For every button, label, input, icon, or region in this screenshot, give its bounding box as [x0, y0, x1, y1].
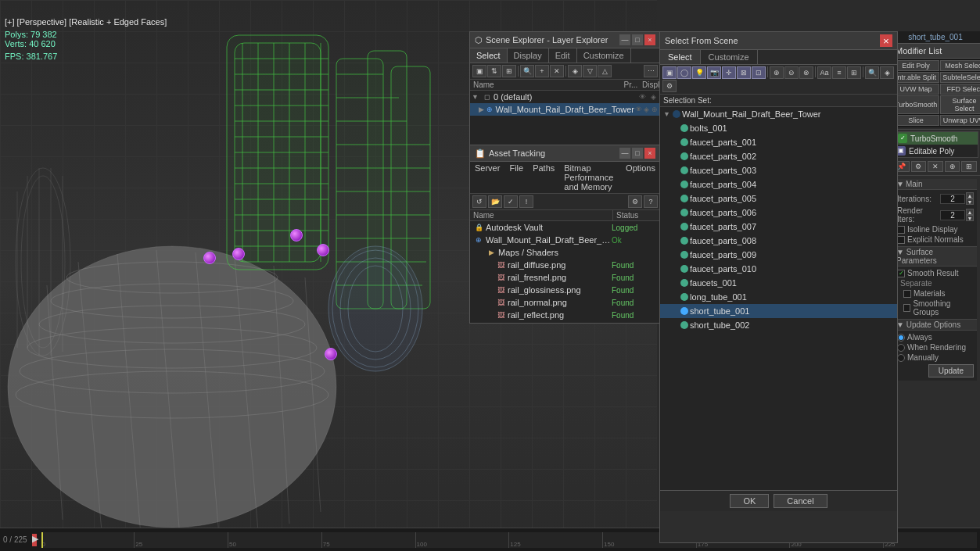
transform-handle-2[interactable]: [290, 229, 303, 242]
mod-copy-btn[interactable]: ⊕: [945, 161, 960, 172]
se-btn-delete[interactable]: ✕: [550, 65, 564, 77]
mod-btn-turbosmooth[interactable]: TurboSmooth: [892, 95, 939, 114]
mod-btn-slice[interactable]: Slice: [892, 115, 939, 126]
ts-render-iters-val[interactable]: 2: [940, 210, 965, 220]
at-maximize[interactable]: □: [632, 148, 643, 159]
sfs-btn-bones[interactable]: ⊡: [752, 66, 766, 79]
sfs-row-faucet-007[interactable]: faucet_parts_007: [660, 220, 897, 234]
sfs-btn-hier[interactable]: ⊞: [847, 66, 861, 79]
se-tab-edit[interactable]: Edit: [549, 48, 577, 63]
se-tab-display[interactable]: Display: [508, 48, 549, 63]
sfs-row-faucets[interactable]: faucets_001: [660, 276, 897, 290]
ts-smooth-check[interactable]: ✓: [897, 270, 905, 277]
scene-explorer-maximize[interactable]: □: [632, 34, 643, 45]
ts-render-down[interactable]: ▼: [966, 215, 974, 221]
mod-btn-subtle-select[interactable]: SubteleSelect: [940, 72, 980, 83]
timeline-playhead[interactable]: [41, 532, 43, 548]
at-btn-path[interactable]: 📂: [488, 195, 502, 208]
at-row-diffuse[interactable]: 🖼 rail_diffuse.png Found: [470, 259, 660, 271]
mod-btn-surface-select[interactable]: Surface Select: [940, 95, 980, 114]
at-row-reflect[interactable]: 🖼 rail_reflect.png Found: [470, 309, 660, 321]
stack-editable-poly[interactable]: ▣ Editable Poly: [893, 145, 978, 157]
ts-when-rendering-radio[interactable]: [897, 344, 905, 352]
ts-explicit-check[interactable]: [897, 236, 905, 244]
sfs-btn-helpers[interactable]: ✛: [722, 66, 736, 79]
at-menu-options[interactable]: Options: [621, 162, 660, 193]
at-btn-help[interactable]: ?: [644, 195, 658, 208]
sfs-row-faucet-009[interactable]: faucet_parts_009: [660, 248, 897, 262]
sfs-row-faucet-004[interactable]: faucet_parts_004: [660, 177, 897, 191]
sfs-row-faucet-008[interactable]: faucet_parts_008: [660, 234, 897, 248]
sfs-row-wall-mount[interactable]: ▼ Wall_Mount_Rail_Draft_Beer_Tower: [660, 107, 897, 121]
mod-btn-uvw-map[interactable]: UVW Map: [892, 84, 939, 95]
se-btn-filter[interactable]: ▣: [472, 65, 486, 77]
at-row-main-file[interactable]: ⊕ Wall_Mount_Rail_Draft_Beer_Tower_max_v…: [470, 234, 660, 246]
ts-iter-up[interactable]: ▲: [966, 192, 974, 199]
sfs-btn-case[interactable]: Aa: [817, 66, 831, 79]
mod-delete-btn[interactable]: ✕: [928, 161, 943, 172]
sfs-btn-all[interactable]: ⊕: [770, 66, 784, 79]
sfs-btn-display[interactable]: ◈: [880, 66, 894, 79]
ts-smoothing-check[interactable]: [903, 304, 910, 312]
sfs-btn-geo[interactable]: ▣: [662, 66, 677, 79]
se-btn-toggle-all[interactable]: ◈: [568, 65, 582, 77]
sfs-btn-invert[interactable]: ⊗: [799, 66, 813, 79]
ts-render-up[interactable]: ▲: [966, 209, 974, 215]
mod-btn-unwrap-uvw[interactable]: Unwrap UVW: [940, 115, 980, 126]
ts-iter-down[interactable]: ▼: [966, 199, 974, 205]
ts-materials-check[interactable]: [903, 290, 911, 298]
asset-tracking-titlebar[interactable]: 📋 Asset Tracking — □ ×: [470, 145, 660, 162]
sfs-row-faucet-003[interactable]: faucet_parts_003: [660, 163, 897, 177]
mod-btn-edit-poly[interactable]: Edit Poly: [892, 60, 939, 71]
at-row-normal[interactable]: 🖼 rail_normal.png Found: [470, 296, 660, 309]
transform-handle-1[interactable]: [232, 248, 245, 260]
at-row-glossiness[interactable]: 🖼 rail_glossiness.png Found: [470, 284, 660, 296]
ts-update-button[interactable]: Update: [928, 364, 974, 377]
at-row-fresnel[interactable]: 🖼 rail_fresnel.png Found: [470, 271, 660, 284]
se-row-default[interactable]: ▼ ◻ 0 (default) 👁 ◈: [470, 91, 660, 103]
scene-explorer-titlebar[interactable]: ⬡ Scene Explorer - Layer Explorer — □ ×: [470, 32, 660, 48]
se-btn-new[interactable]: +: [535, 65, 549, 77]
sfs-btn-customize2[interactable]: ⚙: [662, 80, 677, 92]
at-btn-missing[interactable]: !: [519, 195, 533, 208]
sfs-close[interactable]: ×: [880, 34, 892, 47]
at-menu-bitmap[interactable]: Bitmap Performance and Memory: [559, 162, 621, 193]
mod-btn-mesh-select[interactable]: Mesh Select: [940, 60, 980, 71]
se-btn-group[interactable]: ⊞: [502, 65, 516, 77]
ts-manually-radio[interactable]: [897, 354, 905, 362]
sfs-tab-customize[interactable]: Customize: [701, 50, 758, 64]
sfs-row-short-tube-002[interactable]: short_tube_002: [660, 318, 897, 332]
scene-explorer-minimize[interactable]: —: [619, 34, 630, 45]
ts-update-options-header[interactable]: ▼ Update Options: [894, 319, 977, 331]
at-row-vault[interactable]: 🔒 Autodesk Vault Logged: [470, 221, 660, 234]
at-content[interactable]: 🔒 Autodesk Vault Logged ⊕ Wall_Mount_Rai…: [470, 221, 660, 323]
se-btn-more[interactable]: ⋯: [644, 65, 658, 77]
mod-settings-btn[interactable]: ⚙: [911, 161, 927, 172]
sfs-row-faucet-001[interactable]: faucet_parts_001: [660, 135, 897, 149]
at-row-maps[interactable]: ▶ Maps / Shaders: [470, 246, 660, 259]
at-menu-server[interactable]: Server: [470, 162, 504, 193]
sfs-row-faucet-005[interactable]: faucet_parts_005: [660, 191, 897, 206]
sfs-btn-cam[interactable]: 📷: [707, 66, 721, 79]
sfs-row-long-tube[interactable]: long_tube_001: [660, 290, 897, 304]
timeline-play-btn[interactable]: ▶: [32, 534, 37, 546]
se-row-wall-mount[interactable]: ▶ ⊕ Wall_Mount_Rail_Draft_Beer_Tower 👁 ◈…: [470, 103, 660, 116]
ts-always-radio[interactable]: [897, 334, 905, 342]
sfs-row-faucet-010[interactable]: faucet_parts_010: [660, 262, 897, 276]
sfs-ok-button[interactable]: OK: [730, 494, 769, 508]
at-menu-paths[interactable]: Paths: [528, 162, 559, 193]
sfs-btn-space[interactable]: ⊠: [737, 66, 751, 79]
sfs-row-faucet-002[interactable]: faucet_parts_002: [660, 149, 897, 163]
scene-explorer-close[interactable]: ×: [644, 34, 655, 45]
at-menu-file[interactable]: File: [504, 162, 528, 193]
sfs-row-bolts[interactable]: bolts_001: [660, 121, 897, 135]
se-btn-find[interactable]: 🔍: [520, 65, 534, 77]
sfs-btn-shapes[interactable]: ◯: [677, 66, 691, 79]
mod-btn-ffd-select[interactable]: FFD Select: [940, 84, 980, 95]
sfs-object-list[interactable]: ▼ Wall_Mount_Rail_Draft_Beer_Tower bolts…: [660, 107, 897, 490]
se-btn-sort[interactable]: ⇅: [487, 65, 501, 77]
ts-main-header[interactable]: ▼ Main: [894, 179, 977, 190]
se-tab-select[interactable]: Select: [470, 48, 508, 63]
se-btn-expand[interactable]: ▽: [583, 65, 597, 77]
stack-turbosmooth[interactable]: ✓ TurboSmooth: [893, 132, 978, 145]
